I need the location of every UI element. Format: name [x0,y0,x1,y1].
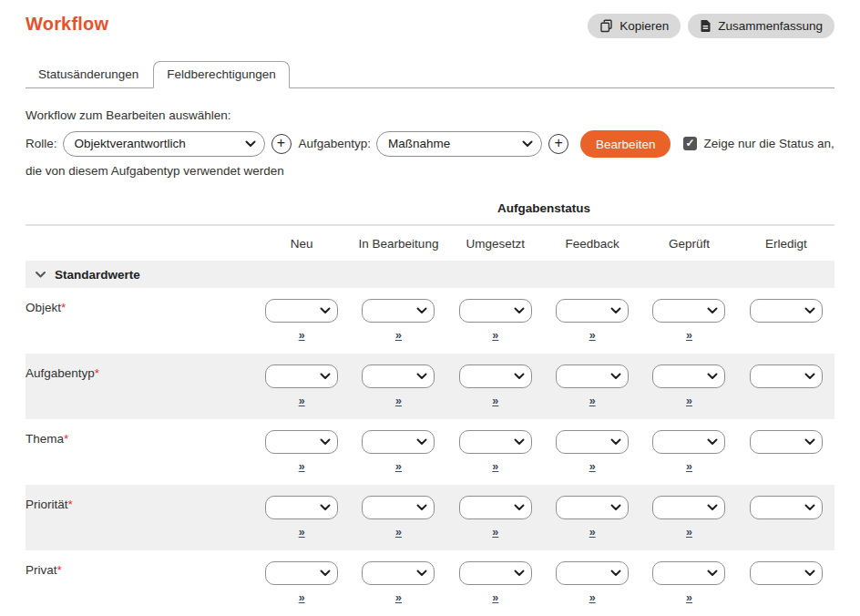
field-status-select[interactable] [556,364,629,388]
field-select-wrap [652,364,725,388]
field-status-select[interactable] [362,430,435,454]
copy-forward-link[interactable]: » [686,329,692,343]
field-status-select[interactable] [459,430,532,454]
copy-forward-link[interactable]: » [299,329,305,343]
copy-forward-link[interactable]: » [395,526,402,539]
copy-forward-link[interactable]: » [589,395,596,408]
field-status-select[interactable] [556,430,629,454]
field-status-select[interactable] [459,496,532,519]
copy-forward-link[interactable]: » [299,460,305,474]
field-label: Priorität [26,498,68,511]
field-select-wrap [556,364,629,388]
edit-button[interactable]: Bearbeiten [580,130,671,158]
copy-forward-link[interactable]: » [299,591,305,605]
field-status-select[interactable] [265,496,338,519]
status-cell: » [640,364,737,419]
field-select-wrap [750,496,823,519]
status-cell: » [350,299,446,354]
status-cell [738,430,834,485]
field-label: Objekt [26,301,61,314]
copy-forward-link[interactable]: » [589,526,596,539]
tasktype-select[interactable]: Maßnahme [376,131,542,157]
field-status-select[interactable] [652,561,725,585]
field-select-wrap [652,430,725,454]
copy-icon [599,19,613,33]
copy-forward-link[interactable]: » [686,526,692,539]
field-status-select[interactable] [265,364,338,388]
status-cell: » [253,561,350,616]
copy-forward-link[interactable]: » [492,591,498,605]
field-status-select[interactable] [750,496,823,519]
status-cell: » [640,430,737,485]
field-status-select[interactable] [652,364,725,388]
field-label-cell: Objekt* [26,299,253,354]
table-row: Priorität* »»»»» [26,485,834,550]
copy-forward-link[interactable]: » [589,329,596,343]
field-status-select[interactable] [362,364,435,388]
chevron-down-icon [35,271,46,279]
field-label-cell: Thema* [26,430,253,485]
tasktype-label: Aufgabentyp: [299,137,372,150]
workflow-selector-row: Rolle:Objektverantwortlich+Aufgabentyp:M… [26,130,834,185]
status-cell: » [544,561,640,616]
tab-statusaenderungen[interactable]: Statusänderungen [26,62,151,87]
field-status-select[interactable] [750,430,823,454]
document-icon [700,19,712,33]
field-status-select[interactable] [652,299,725,323]
section-standardwerte[interactable]: Standardwerte [26,261,834,288]
field-status-select[interactable] [556,561,629,585]
copy-forward-link[interactable]: » [686,395,692,408]
copy-forward-link[interactable]: » [686,591,692,605]
status-cell: » [253,496,350,550]
field-status-select[interactable] [556,496,629,519]
add-tasktype-button[interactable]: + [548,134,568,154]
field-select-wrap [652,496,725,519]
field-status-select[interactable] [459,364,532,388]
column-header-umgesetzt: Umgesetzt [447,237,544,251]
status-cell: » [253,430,350,485]
field-status-select[interactable] [265,561,338,585]
field-select-wrap [459,364,532,388]
field-status-select[interactable] [652,496,725,519]
copy-forward-link[interactable]: » [492,329,498,343]
copy-forward-link[interactable]: » [589,460,596,474]
status-cell: » [350,496,446,550]
field-select-wrap [556,299,629,323]
copy-forward-link[interactable]: » [395,591,402,605]
copy-forward-link[interactable]: » [395,460,402,474]
field-status-select[interactable] [750,364,823,388]
tab-feldberechtigungen[interactable]: Feldberechtigungen [153,61,289,88]
copy-forward-link[interactable]: » [395,329,402,343]
copy-forward-link[interactable]: » [299,395,305,408]
copy-forward-link[interactable]: » [492,460,498,474]
copy-button[interactable]: Kopieren [588,14,681,38]
copy-forward-link[interactable]: » [395,395,402,408]
add-role-button[interactable]: + [271,134,292,154]
field-status-select[interactable] [750,299,823,323]
field-select-wrap [362,430,435,454]
field-status-select[interactable] [362,299,435,323]
field-select-wrap [652,299,725,323]
copy-forward-link[interactable]: » [299,526,305,539]
field-status-select[interactable] [556,299,629,323]
field-select-wrap [265,496,338,519]
field-status-select[interactable] [362,496,435,519]
field-status-select[interactable] [652,430,725,454]
show-status-checkbox[interactable] [683,137,697,150]
copy-forward-link[interactable]: » [686,460,692,474]
field-status-select[interactable] [265,299,338,323]
field-status-select[interactable] [362,561,435,585]
copy-forward-link[interactable]: » [492,526,498,539]
field-select-wrap [265,561,338,585]
summary-button[interactable]: Zusammenfassung [688,14,834,38]
role-select[interactable]: Objektverantwortlich [63,131,265,157]
required-asterisk: * [95,366,99,380]
field-status-select[interactable] [459,561,532,585]
copy-forward-link[interactable]: » [492,395,498,408]
field-status-select[interactable] [265,430,338,454]
status-cell: » [544,299,640,354]
copy-forward-link[interactable]: » [589,591,596,605]
field-status-select[interactable] [750,561,823,585]
status-cell: » [640,561,737,616]
field-status-select[interactable] [459,299,532,323]
